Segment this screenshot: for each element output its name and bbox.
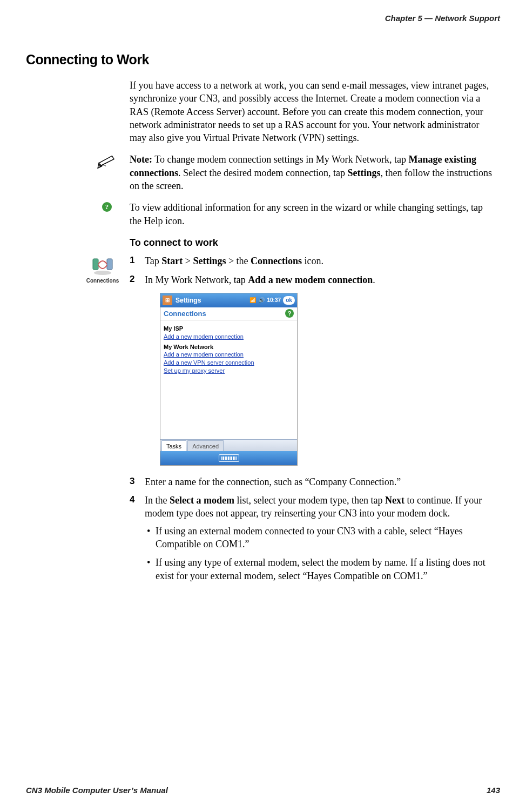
speaker-icon: 🔊 bbox=[258, 297, 265, 304]
start-flag-icon[interactable]: ⊞ bbox=[163, 296, 172, 305]
note-icon bbox=[92, 154, 122, 173]
procedure-title: To connect to work bbox=[130, 236, 495, 249]
device-subhead-label: Connections bbox=[164, 309, 206, 319]
device-title: Settings bbox=[176, 296, 201, 305]
step-4-bullet-2: If using any type of external modem, sel… bbox=[145, 556, 495, 582]
device-screenshot: ⊞ Settings 📶 🔊 10:37 ok Connections ? bbox=[160, 293, 298, 466]
link-isp-add-modem[interactable]: Add a new modem connection bbox=[164, 333, 294, 341]
svg-rect-0 bbox=[93, 259, 98, 270]
step-2-bold: Add a new modem connection bbox=[248, 274, 373, 285]
ok-button[interactable]: ok bbox=[283, 296, 295, 305]
signal-icon: 📶 bbox=[249, 297, 256, 304]
steps-list: Tap Start > Settings > the Connections i… bbox=[130, 254, 495, 582]
step-4-pre: In the bbox=[145, 495, 170, 506]
tab-advanced[interactable]: Advanced bbox=[187, 440, 224, 452]
step-1-sep1: > bbox=[183, 256, 193, 266]
step-1-sep2: > the bbox=[226, 256, 251, 266]
step-4-bullets: If using an external modem connected to … bbox=[145, 525, 495, 582]
link-work-proxy[interactable]: Set up my proxy server bbox=[164, 367, 294, 375]
link-work-add-vpn[interactable]: Add a new VPN server connection bbox=[164, 359, 294, 367]
step-4-bold-1: Select a modem bbox=[170, 495, 234, 506]
note-text-pre: To change modem connection settings in M… bbox=[152, 154, 409, 165]
svg-point-2 bbox=[94, 271, 111, 275]
page-footer: CN3 Mobile Computer User’s Manual 143 bbox=[26, 785, 500, 796]
step-4-bold-2: Next bbox=[385, 495, 404, 506]
section-heading: Connecting to Work bbox=[26, 51, 500, 69]
step-1: Tap Start > Settings > the Connections i… bbox=[130, 254, 495, 267]
step-4-mid: list, select your modem type, then tap bbox=[234, 495, 385, 506]
svg-rect-1 bbox=[107, 259, 112, 270]
step-1-text: Tap bbox=[145, 256, 161, 266]
help-tip-paragraph: To view additional information for any s… bbox=[130, 201, 495, 227]
keyboard-icon[interactable] bbox=[219, 454, 239, 462]
connections-icon: Connections bbox=[81, 254, 124, 285]
step-1-settings: Settings bbox=[193, 256, 226, 266]
step-2-post: . bbox=[373, 274, 375, 285]
note-paragraph: Note: To change modem connection setting… bbox=[130, 153, 495, 192]
step-4: In the Select a modem list, select your … bbox=[130, 494, 495, 582]
device-time: 10:37 bbox=[267, 297, 281, 304]
note-bold-2: Settings bbox=[347, 167, 380, 178]
group-my-isp: My ISP bbox=[164, 325, 294, 333]
footer-page-number: 143 bbox=[487, 785, 500, 796]
intro-paragraph: If you have access to a network at work,… bbox=[130, 79, 495, 144]
connections-icon-label: Connections bbox=[86, 278, 119, 284]
running-header: Chapter 5 — Network Support bbox=[26, 13, 500, 24]
device-help-icon[interactable]: ? bbox=[285, 309, 294, 318]
tab-tasks[interactable]: Tasks bbox=[161, 440, 186, 452]
footer-manual-title: CN3 Mobile Computer User’s Manual bbox=[26, 785, 168, 796]
note-label: Note: bbox=[130, 154, 152, 165]
group-my-work: My Work Network bbox=[164, 343, 294, 351]
step-3: Enter a name for the connection, such as… bbox=[130, 475, 495, 488]
device-body: My ISP Add a new modem connection My Wor… bbox=[160, 320, 297, 377]
step-1-post: icon. bbox=[302, 256, 323, 266]
link-work-add-modem[interactable]: Add a new modem connection bbox=[164, 351, 294, 359]
step-1-connections: Connections bbox=[251, 256, 302, 266]
step-1-start: Start bbox=[161, 256, 183, 266]
help-icon: ? bbox=[92, 202, 122, 212]
device-tray: 📶 🔊 10:37 ok bbox=[249, 296, 295, 305]
device-bottombar bbox=[160, 451, 297, 465]
step-2: In My Work Network, tap Add a new modem … bbox=[130, 273, 495, 466]
note-text-mid: . Select the desired modem connection, t… bbox=[178, 167, 347, 178]
device-subheader: Connections ? bbox=[160, 307, 297, 320]
device-tabs: Tasks Advanced bbox=[160, 439, 297, 451]
step-2-text: In My Work Network, tap bbox=[145, 274, 248, 285]
device-titlebar: ⊞ Settings 📶 🔊 10:37 ok bbox=[160, 293, 297, 307]
step-4-bullet-1: If using an external modem connected to … bbox=[145, 525, 495, 551]
